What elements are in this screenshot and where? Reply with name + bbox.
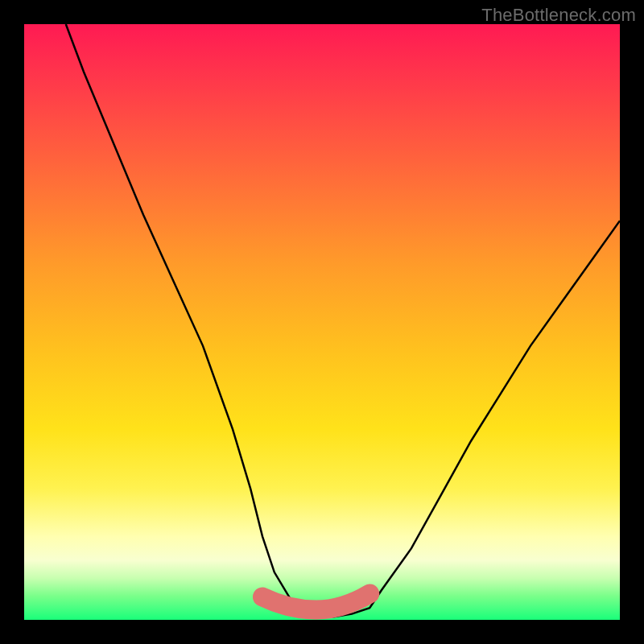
curve-line (66, 24, 620, 617)
chart-frame: TheBottleneck.com (0, 0, 644, 644)
valley-marker (262, 594, 369, 610)
watermark-text: TheBottleneck.com (481, 5, 636, 26)
bottleneck-curve (24, 24, 620, 620)
plot-area (24, 24, 620, 620)
